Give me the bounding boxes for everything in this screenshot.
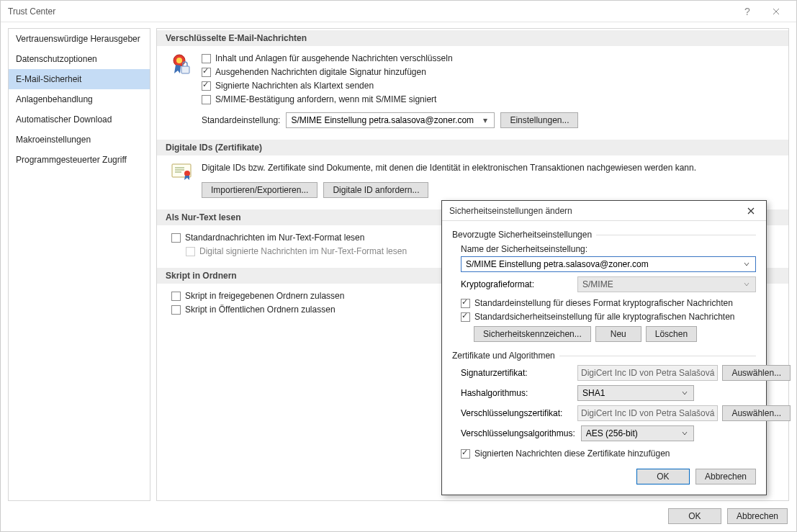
svg-point-7 [184,171,190,176]
checkbox-smime-receipt[interactable]: S/MIME-Bestätigung anfordern, wenn mit S… [202,94,777,104]
request-digital-id-button[interactable]: Digitale ID anfordern... [323,182,428,198]
checkbox-icon [461,449,470,459]
checkbox-icon [461,312,470,322]
checkbox-icon [186,247,195,256]
section-header-digital-ids: Digitale IDs (Zertifikate) [157,140,788,155]
svg-point-1 [176,58,182,63]
checkbox-icon [171,292,181,301]
chevron-down-icon: ▾ [479,115,491,125]
chevron-down-icon [741,279,752,289]
titlebar: Trust Center ? [1,1,796,22]
close-button[interactable] [762,4,791,19]
crypto-format-dropdown: S/MIME [577,276,756,292]
hash-algorithm-label: Hashalgorithmus: [461,388,572,398]
checkbox-label: Signierte Nachrichten als Klartext sende… [215,81,374,91]
sidebar-item-privacy-options[interactable]: Datenschutzoptionen [9,49,150,69]
section-body-digital-ids: Digitale IDs bzw. Zertifikate sind Dokum… [157,155,788,205]
dropdown-value: S/MIME Einstellung petra.salasova@zoner.… [466,259,741,269]
group-certs-and-algorithms: Zertifikate und Algorithmen [452,351,756,361]
dialog-ok-button[interactable]: OK [636,469,690,484]
signing-cert-choose-button[interactable]: Auswählen... [722,365,791,381]
encryption-algorithm-label: Verschlüsselungsalgorithmus: [461,428,575,438]
dropdown-value: SHA1 [582,388,679,398]
window-title: Trust Center [8,6,733,17]
signing-cert-label: Signaturzertifikat: [461,368,572,378]
cancel-button[interactable]: Abbrechen [727,508,788,524]
checkbox-label: Standardeinstellung für dieses Format kr… [474,298,733,308]
default-setting-label: Standardeinstellung: [202,115,280,125]
signing-cert-value: DigiCert Inc ID von Petra Salašová [577,365,718,381]
checkbox-label: Standardsicherheitseinstellung für alle … [474,312,735,322]
checkbox-icon [202,54,211,63]
sidebar-item-attachment-handling[interactable]: Anlagenbehandlung [9,89,150,109]
section-body-encrypted-email: Inhalt und Anlagen für ausgehende Nachri… [157,46,788,135]
dialog-titlebar: Sicherheitseinstellungen ändern [442,201,766,221]
checkbox-default-for-format[interactable]: Standardeinstellung für dieses Format kr… [461,298,756,308]
dialog-footer-buttons: OK Abbrechen [452,469,756,484]
checkbox-icon [202,81,211,91]
checkbox-add-signature[interactable]: Ausgehenden Nachrichten digitale Signatu… [202,67,777,77]
checkbox-icon [202,68,211,77]
checkbox-label: Skript in freigegebenen Ordnern zulassen [185,291,344,301]
chevron-down-icon [679,428,690,438]
checkbox-icon [461,299,470,308]
sidebar-item-macro-settings[interactable]: Makroeinstellungen [9,130,150,150]
security-setting-name-dropdown[interactable]: S/MIME Einstellung petra.salasova@zoner.… [461,256,756,272]
dropdown-value: S/MIME [582,279,741,289]
sidebar-item-automatic-download[interactable]: Automatischer Download [9,109,150,130]
encryption-cert-value: DigiCert Inc ID von Petra Salašová [577,405,718,421]
dropdown-value: S/MIME Einstellung petra.salasova@zoner.… [291,115,479,125]
dropdown-value: AES (256-bit) [586,428,679,438]
change-security-settings-dialog: Sicherheitseinstellungen ändern Bevorzug… [441,200,767,495]
checkbox-label: Inhalt und Anlagen für ausgehende Nachri… [215,53,453,63]
new-button[interactable]: Neu [595,326,641,342]
window-footer-buttons: OK Abbrechen [1,501,796,531]
checkbox-label: Skript in Öffentlichen Ordnern zulassen [185,305,336,315]
checkbox-label: Digital signierte Nachrichten im Nur-Tex… [199,246,407,256]
encryption-algorithm-dropdown[interactable]: AES (256-bit) [581,425,694,441]
checkbox-label: Signierten Nachrichten diese Zertifikate… [474,448,670,459]
checkbox-label: Standardnachrichten im Nur-Text-Format l… [185,233,364,243]
sidebar-item-programmatic-access[interactable]: Programmgesteuerter Zugriff [9,150,150,170]
sidebar-item-email-security[interactable]: E-Mail-Sicherheit [9,69,150,89]
svg-rect-2 [181,66,189,73]
dialog-close-button[interactable] [740,204,762,218]
chevron-down-icon [741,259,752,269]
help-button[interactable]: ? [733,4,762,19]
encryption-cert-label: Verschlüsselungszertifikat: [461,408,572,418]
settings-button[interactable]: Einstellungen... [500,112,578,128]
hash-algorithm-dropdown[interactable]: SHA1 [577,385,694,401]
checkbox-send-cleartext[interactable]: Signierte Nachrichten als Klartext sende… [202,81,777,91]
encryption-cert-choose-button[interactable]: Auswählen... [722,405,791,421]
checkbox-default-security-all[interactable]: Standardsicherheitseinstellung für alle … [461,312,756,322]
section-header-encrypted-email: Verschlüsselte E-Mail-Nachrichten [157,30,788,46]
checkbox-send-certs-with-signed[interactable]: Signierten Nachrichten diese Zertifikate… [461,448,756,459]
ok-button[interactable]: OK [668,508,721,524]
checkbox-encrypt-content[interactable]: Inhalt und Anlagen für ausgehende Nachri… [202,53,777,63]
encrypted-email-icon [171,53,192,128]
default-setting-dropdown[interactable]: S/MIME Einstellung petra.salasova@zoner.… [286,112,495,128]
security-setting-name-label: Name der Sicherheitseinstellung: [461,244,756,254]
checkbox-label: Ausgehenden Nachrichten digitale Signatu… [215,67,426,77]
digital-ids-description: Digitale IDs bzw. Zertifikate sind Dokum… [202,163,777,173]
chevron-down-icon [679,388,690,398]
crypto-format-label: Kryptografieformat: [461,279,572,289]
sidebar-item-trusted-publishers[interactable]: Vertrauenswürdige Herausgeber [9,29,150,49]
dialog-cancel-button[interactable]: Abbrechen [695,469,756,484]
checkbox-icon [171,305,181,315]
security-labels-button[interactable]: Sicherheitskennzeichen... [474,326,591,342]
delete-button[interactable]: Löschen [646,326,697,342]
category-sidebar: Vertrauenswürdige Herausgeber Datenschut… [8,28,150,501]
checkbox-label: S/MIME-Bestätigung anfordern, wenn mit S… [215,94,436,104]
group-preferred-security-settings: Bevorzugte Sicherheitseinstellungen [452,230,756,240]
dialog-title: Sicherheitseinstellungen ändern [449,206,740,216]
import-export-button[interactable]: Importieren/Exportieren... [202,182,318,198]
checkbox-icon [202,95,211,104]
certificate-icon [171,163,192,198]
checkbox-icon [171,233,181,243]
